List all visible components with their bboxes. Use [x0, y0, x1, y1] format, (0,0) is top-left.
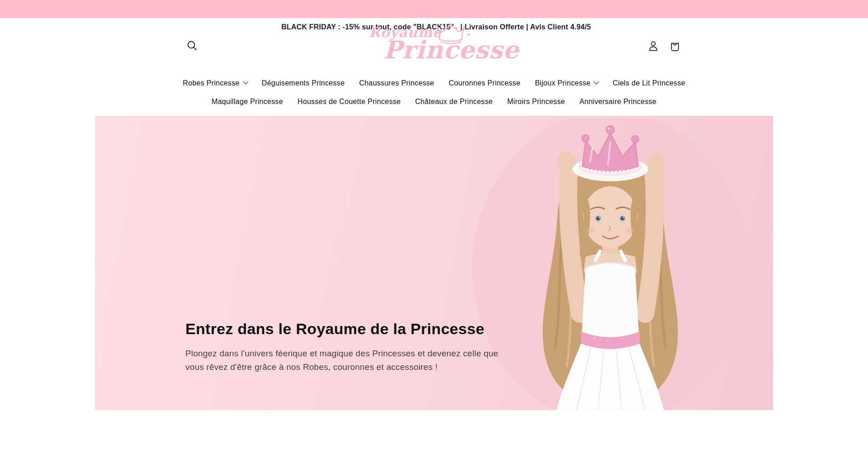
nav-list-item: Miroirs Princesse	[500, 96, 572, 107]
nav-item-deguisements-princesse[interactable]: Déguisements Princesse	[255, 77, 352, 89]
nav-item-label: Maquillage Princesse	[212, 98, 283, 106]
nav-item-label: Miroirs Princesse	[507, 98, 565, 106]
nav-item-robes-princesse[interactable]: Robes Princesse	[175, 77, 254, 89]
main-navigation: Robes PrincesseDéguisements PrincesseCha…	[0, 73, 868, 116]
nav-list-item: Ciels de Lit Princesse	[605, 77, 692, 89]
nav-row-primary: Robes PrincesseDéguisements PrincesseCha…	[0, 77, 868, 89]
nav-item-label: Bijoux Princesse	[535, 79, 590, 87]
nav-item-housses-de-couette-princesse[interactable]: Housses de Couette Princesse	[290, 96, 408, 107]
nav-item-miroirs-princesse[interactable]: Miroirs Princesse	[500, 96, 572, 107]
nav-item-maquillage-princesse[interactable]: Maquillage Princesse	[204, 96, 290, 107]
account-icon	[646, 39, 660, 53]
nav-item-chaussures-princesse[interactable]: Chaussures Princesse	[352, 77, 441, 89]
nav-list-item: Déguisements Princesse	[255, 77, 352, 89]
nav-item-ciels-de-lit-princesse[interactable]: Ciels de Lit Princesse	[605, 77, 692, 89]
nav-list-item: Housses de Couette Princesse	[290, 96, 408, 107]
nav-item-chateaux-de-princesse[interactable]: Châteaux de Princesse	[408, 96, 500, 107]
nav-list-item: Châteaux de Princesse	[408, 96, 500, 107]
chevron-down-icon	[594, 79, 599, 84]
nav-row-secondary: Maquillage PrincesseHousses de Couette P…	[0, 96, 868, 107]
nav-item-label: Anniversaire Princesse	[580, 98, 656, 106]
site-header: Royaume Princesse	[0, 18, 868, 116]
nav-item-label: Châteaux de Princesse	[415, 98, 493, 106]
search-icon	[185, 39, 199, 53]
search-button[interactable]	[185, 39, 200, 53]
account-button[interactable]	[646, 39, 661, 53]
announcement-bar: BLACK FRIDAY : -15% sur tout, code "BLAC…	[0, 0, 868, 18]
nav-list-item: Bijoux Princesse	[528, 77, 605, 89]
store-logo[interactable]: Royaume Princesse	[366, 24, 502, 71]
nav-item-anniversaire-princesse[interactable]: Anniversaire Princesse	[572, 96, 664, 107]
nav-list-item: Couronnes Princesse	[441, 77, 528, 89]
hero-banner: Entrez dans le Royaume de la Princesse P…	[95, 116, 773, 410]
logo-sparkle-dot	[429, 31, 432, 33]
chevron-down-icon	[243, 79, 248, 84]
hero-subtitle: Plongez dans l'univers féerique et magiq…	[185, 347, 502, 374]
logo-sparkle-dot	[467, 33, 470, 36]
hero-title: Entrez dans le Royaume de la Princesse	[185, 320, 529, 338]
nav-item-label: Déguisements Princesse	[262, 79, 345, 87]
cart-bag-icon	[668, 39, 682, 53]
crown-doodle-icon	[435, 24, 467, 46]
nav-list-item: Chaussures Princesse	[352, 77, 441, 89]
nav-item-label: Couronnes Princesse	[448, 79, 520, 87]
nav-item-label: Chaussures Princesse	[359, 79, 434, 87]
nav-item-bijoux-princesse[interactable]: Bijoux Princesse	[528, 77, 605, 89]
cart-button[interactable]	[668, 39, 683, 53]
nav-item-couronnes-princesse[interactable]: Couronnes Princesse	[441, 77, 528, 89]
nav-list-item: Robes Princesse	[175, 77, 254, 89]
nav-list-item: Maquillage Princesse	[204, 96, 290, 107]
nav-item-label: Housses de Couette Princesse	[297, 98, 401, 106]
nav-item-label: Robes Princesse	[183, 79, 239, 87]
nav-item-label: Ciels de Lit Princesse	[613, 79, 685, 87]
nav-list-item: Anniversaire Princesse	[572, 96, 664, 107]
